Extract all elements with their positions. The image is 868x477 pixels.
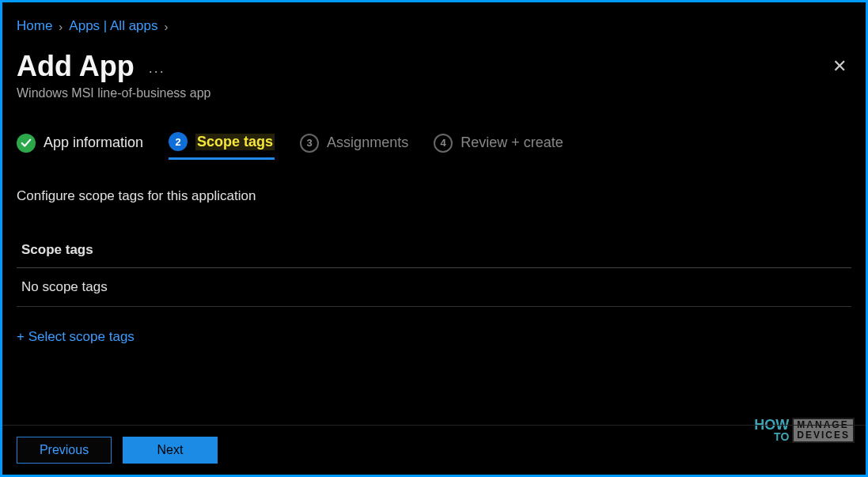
table-row: No scope tags bbox=[17, 268, 851, 307]
step-label: Review + create bbox=[461, 134, 563, 151]
breadcrumb-home[interactable]: Home bbox=[17, 18, 52, 34]
breadcrumb-apps[interactable]: Apps | All apps bbox=[69, 18, 157, 34]
wizard-footer: Previous Next bbox=[2, 425, 866, 475]
step-number-icon: 4 bbox=[434, 134, 453, 153]
step-scope-tags[interactable]: 2 Scope tags bbox=[169, 132, 275, 160]
breadcrumb: Home › Apps | All apps › bbox=[17, 18, 851, 34]
step-label: Scope tags bbox=[195, 134, 275, 150]
scope-tags-header: Scope tags bbox=[17, 242, 851, 268]
check-icon bbox=[17, 134, 36, 153]
step-number-icon: 2 bbox=[169, 132, 188, 151]
wizard-stepper: App information 2 Scope tags 3 Assignmen… bbox=[17, 132, 851, 160]
chevron-right-icon: › bbox=[59, 20, 63, 33]
select-scope-tags-link[interactable]: + Select scope tags bbox=[17, 329, 135, 345]
next-button[interactable]: Next bbox=[123, 437, 218, 464]
close-icon[interactable]: ✕ bbox=[828, 51, 851, 81]
previous-button[interactable]: Previous bbox=[17, 437, 112, 464]
more-actions-button[interactable]: ··· bbox=[149, 63, 165, 80]
step-number-icon: 3 bbox=[300, 134, 319, 153]
section-description: Configure scope tags for this applicatio… bbox=[17, 188, 851, 204]
page-subtitle: Windows MSI line-of-business app bbox=[17, 86, 851, 100]
step-label: App information bbox=[44, 134, 143, 151]
step-app-information[interactable]: App information bbox=[17, 134, 143, 159]
step-review-create[interactable]: 4 Review + create bbox=[434, 134, 563, 159]
step-assignments[interactable]: 3 Assignments bbox=[300, 134, 408, 159]
page-title: Add App bbox=[17, 50, 135, 83]
chevron-right-icon: › bbox=[165, 20, 169, 33]
step-label: Assignments bbox=[327, 134, 408, 151]
